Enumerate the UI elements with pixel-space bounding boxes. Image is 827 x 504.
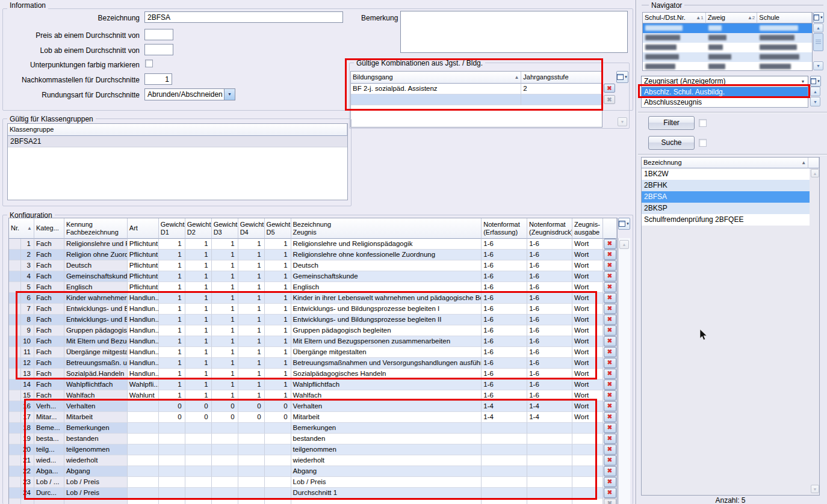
scroll-up-button[interactable]: ▲: [811, 169, 819, 177]
konfig-row[interactable]: 12FachBetreuungsmaßn. u. ...Handlun...11…: [9, 358, 617, 369]
konfig-row[interactable]: 22Abga...AbgangAbgang✖: [9, 466, 617, 477]
konfiguration-scrollbar[interactable]: [618, 238, 630, 504]
chevron-down-icon[interactable]: ▼: [224, 89, 235, 100]
konfig-row[interactable]: 8FachEntwicklungs- und Bil...Handlun...1…: [9, 315, 617, 325]
konfig-row[interactable]: 1FachReligionslehre und R...Pflichtunt11…: [9, 239, 617, 250]
kombination-column-header[interactable]: Jahrgangsstufe: [521, 72, 602, 84]
unterpunktungen-checkbox[interactable]: [145, 60, 153, 67]
bemerkung-textarea[interactable]: [400, 11, 628, 53]
zeugnisart-item[interactable]: Abschlusszeugnis: [642, 97, 808, 108]
konfig-row[interactable]: 2FachReligion ohne Zuord.Pflichtunt11111…: [9, 250, 617, 260]
delete-row-button[interactable]: ✖: [604, 358, 616, 368]
delete-row-button[interactable]: ✖: [604, 250, 616, 260]
column-picker-button[interactable]: ▼: [616, 71, 628, 83]
lob-input[interactable]: [144, 44, 173, 55]
konfig-row[interactable]: 18Beme...BemerkungenBemerkungen✖: [9, 423, 617, 434]
konfig-column-header[interactable]: Gewicht D4: [238, 218, 265, 239]
konfig-new-row[interactable]: ✖: [9, 499, 617, 504]
konfig-row[interactable]: 15FachWahlfachWahlunt11111Wahlfach1-61-6…: [9, 390, 617, 401]
delete-row-button[interactable]: ✖: [604, 412, 616, 422]
delete-row-button[interactable]: ✖: [604, 293, 616, 303]
kombination-new-row[interactable]: [351, 94, 602, 105]
konfig-row[interactable]: 16Verh...Verhalten00000Verhalten1-41-4Wo…: [9, 401, 617, 412]
delete-row-button[interactable]: ✖: [604, 271, 616, 281]
delete-row-button[interactable]: ✖: [604, 282, 616, 292]
delete-row-button[interactable]: ✖: [604, 455, 616, 466]
konfig-row[interactable]: 13FachSozialpäd.HandelnHandlun...11111So…: [9, 369, 617, 380]
konfig-column-header[interactable]: Notenformat (Zeugnisdruck): [527, 218, 572, 239]
delete-row-button[interactable]: ✖: [604, 315, 616, 325]
konfig-column-header[interactable]: Kateg...: [34, 218, 64, 239]
rundungsart-dropdown[interactable]: Abrunden/Abschneiden ▼: [144, 88, 235, 100]
navigator-row[interactable]: [643, 33, 812, 43]
konfig-row[interactable]: 19besta...bestandenbestanden✖: [9, 434, 617, 444]
konfig-column-header[interactable]: Bezeichnung Zeugnis: [291, 218, 482, 239]
chevron-down-icon[interactable]: ▼: [798, 76, 808, 87]
navigator-row[interactable]: [643, 62, 812, 71]
konfig-row[interactable]: 3FachDeutschPflichtunt11111Deutsch1-61-6…: [9, 260, 617, 271]
konfig-row[interactable]: 7FachEntwicklungs- und Bil...Handlun...1…: [9, 304, 617, 315]
bezeichnung-item[interactable]: 2BFHK: [642, 180, 810, 191]
delete-row-button[interactable]: ✖: [604, 336, 616, 346]
konfig-row[interactable]: 20teilg...teilgenommenteilgenommen✖: [9, 444, 617, 455]
navigator-row[interactable]: [643, 52, 812, 62]
konfig-row[interactable]: 6FachKinder wahrnehmen u...Handlun...111…: [9, 293, 617, 304]
bezeichnung-input[interactable]: [144, 11, 343, 23]
bezeichnung-item[interactable]: 2BKSP: [642, 203, 810, 214]
konfig-row[interactable]: 9FachGruppen pädagogisch...Handlun...111…: [9, 325, 617, 336]
delete-kombination-button[interactable]: ✖: [604, 84, 615, 93]
delete-row-button[interactable]: ✖: [604, 260, 616, 271]
scroll-down-button[interactable]: ▼: [810, 97, 820, 106]
konfig-column-header[interactable]: Gewicht D5: [265, 218, 291, 239]
delete-row-button[interactable]: ✖: [604, 434, 616, 444]
preis-input[interactable]: [144, 29, 173, 40]
delete-row-button[interactable]: ✖: [604, 390, 616, 401]
delete-row-button[interactable]: ✖: [604, 239, 616, 249]
column-picker-button[interactable]: ▼: [618, 218, 630, 230]
bezeichnung-item[interactable]: 2BFSA: [642, 191, 810, 203]
navigator-column-header[interactable]: Zweig▲2: [706, 13, 758, 23]
navigator-row[interactable]: [643, 43, 812, 52]
konfig-column-header[interactable]: Gewicht D1: [159, 218, 185, 239]
konfig-row[interactable]: 17Mitar...Mitarbeit00000Mitarbeit1-41-4W…: [9, 412, 617, 423]
scroll-up-button[interactable]: ▲: [813, 23, 823, 32]
konfig-column-header[interactable]: Zeugnis- ausgabe: [572, 218, 603, 239]
delete-row-button[interactable]: ✖: [604, 304, 616, 314]
konfig-column-header[interactable]: Art: [128, 218, 159, 239]
filter-checkbox[interactable]: [699, 119, 707, 127]
kombination-row[interactable]: BF 2-j. sozialpäd. Assistenz2: [351, 84, 602, 94]
delete-row-button[interactable]: ✖: [604, 423, 616, 433]
delete-row-button[interactable]: ✖: [604, 401, 616, 411]
nachkommastellen-input[interactable]: [144, 73, 172, 85]
delete-row-button[interactable]: ✖: [604, 380, 616, 390]
scroll-up-button[interactable]: ▲: [619, 240, 629, 249]
suche-checkbox[interactable]: [699, 139, 707, 147]
klassengruppe-column-header[interactable]: Klassengruppe: [8, 124, 347, 136]
konfig-column-header[interactable]: Nr.▲: [9, 218, 34, 239]
kombination-column-header[interactable]: Bildungsgang▲: [351, 72, 521, 84]
scroll-down-button[interactable]: ▼: [813, 61, 823, 70]
navigator-column-header[interactable]: Schul-/Dst.Nr.▲1: [643, 13, 706, 23]
delete-row-button[interactable]: ✖: [604, 477, 616, 487]
column-picker-button[interactable]: ▼: [810, 76, 821, 87]
scrollbar-thumb[interactable]: [813, 33, 823, 51]
delete-row-button[interactable]: ✖: [604, 325, 616, 336]
suche-button[interactable]: Suche: [648, 136, 695, 150]
column-picker-button[interactable]: ▼: [813, 12, 824, 23]
konfig-row[interactable]: 10FachMit Eltern und Bezugs...Handlun...…: [9, 336, 617, 347]
konfig-column-header[interactable]: Gewicht D2: [185, 218, 212, 239]
delete-row-button[interactable]: ✖: [604, 466, 616, 476]
delete-row-button[interactable]: ✖: [604, 369, 616, 379]
bezeichnung-item[interactable]: 1BK2W: [642, 168, 810, 180]
scroll-down-button[interactable]: ▼: [618, 117, 627, 126]
delete-row-button[interactable]: ✖: [604, 347, 616, 357]
konfig-row[interactable]: 14FachWahlpflichtfachWahlpfli...11111Wah…: [9, 380, 617, 390]
bezeichnung-column-header[interactable]: Bezeichnung▲: [642, 158, 808, 168]
bezeichnung-item[interactable]: Schulfremdenprüfung 2BFQEE: [642, 214, 810, 226]
konfig-row[interactable]: 21wied...wiederholtwiederholt✖: [9, 455, 617, 466]
konfig-column-header[interactable]: Gewicht D3: [212, 218, 238, 239]
zeugnisart-dropdown[interactable]: Zeugnisart (Anzeigeform) ▼: [641, 76, 808, 87]
konfig-row[interactable]: 11FachÜbergänge mitgestalt...Handlun...1…: [9, 347, 617, 358]
konfig-row[interactable]: 4FachGemeinschaftskundePflichtunt11111Ge…: [9, 271, 617, 282]
scroll-down-button[interactable]: ▼: [811, 485, 819, 493]
